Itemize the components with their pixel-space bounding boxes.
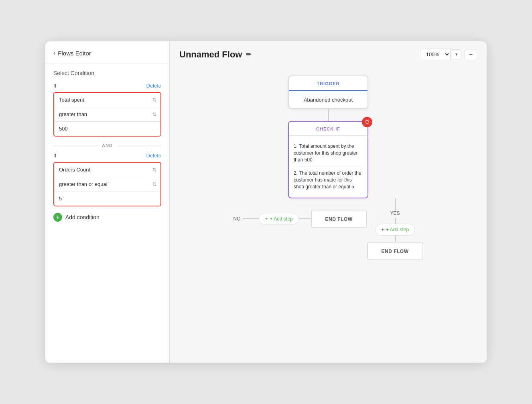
yes-add-step-button[interactable]: + + Add step: [375, 224, 415, 236]
condition1-value-row: [54, 122, 160, 136]
no-connector-line-2: [299, 218, 311, 219]
check-if-condition-1: 1. Total amount spent by the customer fo…: [294, 140, 363, 167]
back-link[interactable]: ‹ Flows Editor: [53, 49, 161, 57]
yes-end-flow-text: END FLOW: [382, 249, 409, 254]
branch-container: NO + + Add step END FLOW: [216, 198, 441, 260]
condition2-operator-select[interactable]: greater than less than greater than or e…: [54, 177, 160, 191]
condition2-fields: Total spent Orders Count Customer tag Em…: [53, 162, 161, 206]
zoom-controls: 100% 75% 50% 125% ▾ −: [420, 49, 477, 60]
and-divider: AND: [53, 141, 161, 149]
condition1-field-select[interactable]: Total spent Orders Count Customer tag Em…: [54, 93, 160, 107]
no-add-step-label: + Add step: [270, 216, 292, 222]
condition2-field-select-wrapper: Total spent Orders Count Customer tag Em…: [54, 163, 160, 177]
condition2-value-row: [54, 192, 160, 206]
yes-add-step-label: + Add step: [386, 227, 409, 233]
delete-node-button[interactable]: [362, 117, 372, 127]
trash-icon: [365, 120, 370, 124]
condition2-if-label: If: [53, 153, 56, 159]
condition1-field-select-wrapper: Total spent Orders Count Customer tag Em…: [54, 93, 160, 107]
flow-title: Unnamed Flow ✏: [179, 49, 251, 60]
add-condition-label: Add condition: [65, 214, 99, 220]
zoom-select[interactable]: 100% 75% 50% 125%: [420, 49, 451, 60]
condition1-value-input[interactable]: [54, 122, 160, 136]
back-arrow-icon: ‹: [53, 49, 55, 57]
edit-pencil-icon[interactable]: ✏: [246, 51, 251, 58]
yes-branch-content: YES + + Add step END FLOW: [367, 210, 423, 260]
trigger-body: Abandoned checkout: [289, 91, 368, 108]
add-condition-plus-icon: +: [53, 213, 62, 222]
sidebar-content: Select Condition If Delete Total spent O…: [45, 63, 169, 363]
no-add-step-plus-icon: +: [265, 216, 268, 222]
trigger-label: TRIGGER: [317, 81, 339, 86]
flow-diagram: TRIGGER Abandoned checkout: [216, 75, 441, 355]
condition2-delete-button[interactable]: Delete: [146, 153, 161, 159]
check-if-header: CHECK IF: [289, 122, 368, 136]
check-if-body: 1. Total amount spent by the customer fo…: [289, 136, 368, 198]
select-condition-label: Select Condition: [53, 70, 161, 76]
condition2-operator-row: greater than less than greater than or e…: [54, 177, 160, 192]
zoom-dropdown-button[interactable]: ▾: [452, 49, 461, 59]
no-end-flow-node: END FLOW: [311, 210, 367, 228]
no-branch-row: NO + + Add step END FLOW: [233, 198, 367, 228]
no-end-flow-text: END FLOW: [325, 216, 353, 222]
check-if-condition-2: 2. The total number of order the custome…: [294, 167, 363, 193]
canvas-area: TRIGGER Abandoned checkout: [170, 67, 487, 363]
condition1-operator-row: greater than less than greater than or e…: [54, 107, 160, 122]
trigger-content: Abandoned checkout: [304, 97, 353, 103]
condition1-header: If Delete: [53, 83, 161, 89]
app-window: ‹ Flows Editor Select Condition If Delet…: [45, 41, 487, 363]
yes-add-step-plus-icon: +: [381, 227, 384, 233]
condition1-field-row: Total spent Orders Count Customer tag Em…: [54, 93, 160, 107]
condition1-if-label: If: [53, 83, 56, 89]
condition-block-2: If Delete Total spent Orders Count Custo…: [53, 153, 161, 206]
check-if-label: CHECK IF: [316, 127, 340, 131]
and-text: AND: [98, 143, 117, 148]
yes-connector-line-2: [395, 218, 396, 224]
condition1-operator-select[interactable]: greater than less than greater than or e…: [54, 107, 160, 121]
yes-label: YES: [390, 210, 400, 216]
condition2-field-select[interactable]: Total spent Orders Count Customer tag Em…: [54, 163, 160, 177]
trigger-node-header: TRIGGER: [289, 76, 368, 91]
condition2-value-input[interactable]: [54, 192, 160, 206]
yes-connector-line-3: [395, 236, 396, 242]
trigger-node: TRIGGER Abandoned checkout: [288, 75, 368, 109]
connector-line-1: [328, 109, 329, 121]
main-canvas: Unnamed Flow ✏ 100% 75% 50% 125% ▾ −: [170, 41, 487, 363]
condition2-field-row: Total spent Orders Count Customer tag Em…: [54, 163, 160, 177]
flow-title-text: Unnamed Flow: [179, 49, 242, 60]
yes-end-flow-node: END FLOW: [367, 242, 423, 260]
sidebar-header: ‹ Flows Editor: [45, 41, 169, 63]
no-connector-line: [243, 218, 259, 219]
check-if-node: CHECK IF 1. Total amount spent by the cu…: [288, 121, 368, 198]
no-add-step-button[interactable]: + + Add step: [259, 213, 298, 225]
canvas-header: Unnamed Flow ✏ 100% 75% 50% 125% ▾ −: [170, 41, 487, 67]
sidebar: ‹ Flows Editor Select Condition If Delet…: [45, 41, 170, 363]
condition2-operator-select-wrapper: greater than less than greater than or e…: [54, 177, 160, 191]
yes-connector-line-1: [395, 198, 396, 210]
condition2-header: If Delete: [53, 153, 161, 159]
zoom-minus-button[interactable]: −: [465, 49, 477, 60]
check-if-container: CHECK IF 1. Total amount spent by the cu…: [288, 121, 368, 198]
no-branch: NO + + Add step END FLOW: [233, 198, 367, 228]
add-condition-button[interactable]: + Add condition: [53, 213, 99, 222]
no-label: NO: [233, 216, 240, 222]
condition1-operator-select-wrapper: greater than less than greater than or e…: [54, 107, 160, 121]
condition1-fields: Total spent Orders Count Customer tag Em…: [53, 92, 161, 137]
condition-block-1: If Delete Total spent Orders Count Custo…: [53, 83, 161, 137]
flows-editor-label: Flows Editor: [58, 50, 91, 57]
yes-branch: YES + + Add step END FLOW: [367, 198, 423, 260]
condition1-delete-button[interactable]: Delete: [146, 83, 161, 89]
